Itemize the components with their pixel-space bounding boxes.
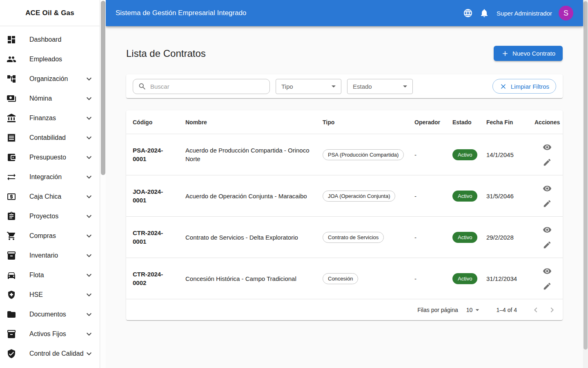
sidebar-item-control-calidad[interactable]: Control de Calidad <box>0 344 100 364</box>
sidebar-item-label: Organización <box>29 74 84 84</box>
status-filter-label: Estado <box>353 83 372 90</box>
contract-end-date: 29/2/2028 <box>486 234 535 241</box>
sidebar-item-finanzas[interactable]: Finanzas <box>0 108 100 128</box>
sidebar-item-empleados[interactable]: Empleados <box>0 49 100 69</box>
chevron-down-icon <box>84 113 94 123</box>
language-button[interactable] <box>460 5 476 21</box>
clipboard-icon <box>7 211 16 221</box>
page-scrollbar-thumb[interactable] <box>584 1 588 350</box>
view-button[interactable] <box>540 223 554 237</box>
row-actions <box>538 264 556 293</box>
view-button[interactable] <box>540 182 554 195</box>
wallet-icon <box>7 153 16 162</box>
column-header-name: Nombre <box>185 119 323 126</box>
page-scrollbar[interactable] <box>583 0 588 368</box>
sidebar: ACE Oil & Gas DashboardEmpleadosOrganiza… <box>0 0 100 368</box>
column-header-end-date: Fecha Fin <box>486 119 535 126</box>
next-page-button[interactable] <box>544 302 560 318</box>
sidebar-item-label: Caja Chica <box>29 192 84 202</box>
contract-operator: - <box>414 275 452 282</box>
new-contract-label: Nuevo Contrato <box>512 50 555 57</box>
eye-icon <box>543 184 552 193</box>
table-row: JOA-2024-0001Acuerdo de Operación Conjun… <box>126 175 563 216</box>
column-header-code: Código <box>133 119 185 126</box>
previous-page-button[interactable] <box>528 302 544 318</box>
inventory-box-icon <box>7 329 16 339</box>
sidebar-item-organizacion[interactable]: Organización <box>0 69 100 89</box>
sidebar-item-hse[interactable]: HSE <box>0 285 100 305</box>
search-box <box>133 79 270 94</box>
sidebar-item-activos-fijos[interactable]: Activos Fijos <box>0 324 100 344</box>
payments-icon <box>7 94 16 103</box>
sidebar-item-label: Presupuesto <box>29 153 84 162</box>
top-app-bar: Sistema de Gestión Empresarial Integrado… <box>106 0 583 26</box>
sidebar-scrollbar-thumb[interactable] <box>101 1 105 175</box>
table-row: PSA-2024-0001Acuerdo de Producción Compa… <box>126 134 563 175</box>
car-icon <box>7 270 16 280</box>
page-header-row: Lista de Contratos Nuevo Contrato <box>126 46 563 61</box>
bank-icon <box>7 113 16 123</box>
type-filter-select[interactable]: Tipo <box>276 79 341 94</box>
contract-type-chip: Contrato de Servicios <box>323 232 384 243</box>
view-button[interactable] <box>540 140 554 154</box>
contract-name: Acuerdo de Operación Conjunta - Maracaib… <box>185 192 323 200</box>
inventory-box-icon <box>7 251 16 260</box>
view-button[interactable] <box>540 264 554 278</box>
edit-button[interactable] <box>540 197 554 211</box>
pagination-range: 1–4 of 4 <box>496 307 517 313</box>
chevron-down-icon <box>84 310 94 319</box>
sidebar-item-proyectos[interactable]: Proyectos <box>0 206 100 226</box>
chevron-down-icon <box>84 153 94 162</box>
sidebar-item-inventario[interactable]: Inventario <box>0 246 100 265</box>
chevron-down-icon <box>84 290 94 300</box>
sidebar-item-label: Nómina <box>29 94 84 103</box>
rows-per-page-label: Filas por página <box>417 307 458 313</box>
status-badge: Activo <box>452 273 477 284</box>
status-badge: Activo <box>452 191 477 202</box>
pagination-bar: Filas por página 10 1–4 of 4 <box>126 299 563 320</box>
column-header-operator: Operador <box>414 119 452 126</box>
edit-button[interactable] <box>540 155 554 169</box>
sidebar-item-label: Contabilidad <box>29 133 84 143</box>
new-contract-button[interactable]: Nuevo Contrato <box>494 46 563 61</box>
sidebar-item-documentos[interactable]: Documentos <box>0 305 100 324</box>
content: Lista de Contratos Nuevo Contrato Tipo E… <box>126 26 563 320</box>
table-row: CTR-2024-0001Contrato de Servicios - Del… <box>126 216 563 258</box>
contract-code: CTR-2024-0001 <box>133 229 168 246</box>
pencil-icon <box>543 199 552 208</box>
plus-icon <box>501 49 509 58</box>
eye-icon <box>543 225 552 234</box>
user-name: Super Administrador <box>497 10 552 17</box>
edit-button[interactable] <box>540 238 554 252</box>
sidebar-item-contabilidad[interactable]: Contabilidad <box>0 128 100 148</box>
sidebar-item-label: Activos Fijos <box>29 329 84 339</box>
chevron-down-icon <box>84 329 94 339</box>
rows-per-page-select[interactable]: 10 <box>466 306 482 314</box>
chevron-down-icon <box>84 192 94 202</box>
dropdown-arrow-icon <box>400 81 410 91</box>
sidebar-item-nomina[interactable]: Nómina <box>0 89 100 108</box>
sidebar-item-label: Finanzas <box>29 113 84 123</box>
sidebar-item-compras[interactable]: Compras <box>0 226 100 246</box>
edit-button[interactable] <box>540 279 554 293</box>
sidebar-item-flota[interactable]: Flota <box>0 265 100 285</box>
sidebar-item-presupuesto[interactable]: Presupuesto <box>0 148 100 167</box>
dropdown-arrow-icon <box>473 306 481 314</box>
status-filter-select[interactable]: Estado <box>347 79 413 94</box>
chevron-down-icon <box>84 231 94 241</box>
avatar[interactable]: S <box>559 6 573 20</box>
sidebar-item-integracion[interactable]: Integración <box>0 167 100 187</box>
contract-name: Concesión Histórica - Campo Tradicional <box>185 274 323 283</box>
search-input[interactable] <box>150 83 265 90</box>
close-icon <box>499 83 507 90</box>
contract-code: PSA-2024-0001 <box>133 146 168 163</box>
sidebar-scrollbar[interactable] <box>100 0 106 368</box>
notifications-button[interactable] <box>476 5 492 21</box>
row-actions <box>538 140 556 169</box>
chevron-down-icon <box>84 133 94 143</box>
shield-plus-icon <box>7 290 16 300</box>
main-area: Sistema de Gestión Empresarial Integrado… <box>106 0 583 368</box>
sidebar-item-caja-chica[interactable]: Caja Chica <box>0 187 100 206</box>
sidebar-item-dashboard[interactable]: Dashboard <box>0 30 100 49</box>
clear-filters-button[interactable]: Limpiar Filtros <box>492 79 556 94</box>
